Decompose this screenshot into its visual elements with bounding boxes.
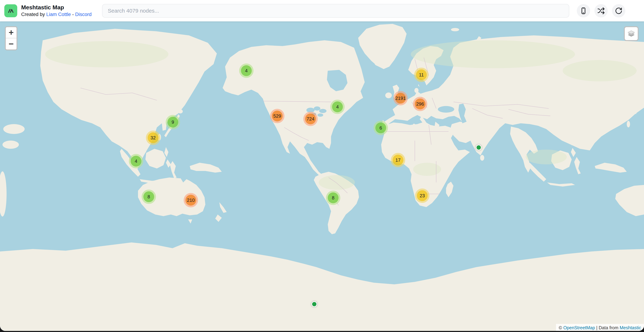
search-wrap — [102, 4, 569, 18]
page-subtitle: Created by Liam Cottle - Discord — [21, 12, 92, 17]
copyright-text: © — [559, 325, 563, 330]
cluster-marker[interactable]: 23 — [415, 188, 430, 203]
cluster-count: 529 — [272, 111, 283, 121]
cluster-marker[interactable]: 4 — [239, 64, 254, 78]
cluster-marker[interactable]: 724 — [303, 112, 318, 126]
search-input[interactable] — [102, 4, 569, 18]
cluster-marker[interactable]: 296 — [413, 97, 427, 111]
map-attribution: © OpenStreetMap | Data from Meshtastic — [556, 324, 644, 331]
cluster-marker[interactable]: 6 — [374, 121, 388, 135]
cluster-count: 32 — [148, 132, 158, 143]
osm-link[interactable]: OpenStreetMap — [563, 325, 595, 330]
cluster-count: 210 — [186, 195, 196, 206]
map-container[interactable]: + − © OpenStreetMap | Data from Meshtast… — [0, 22, 644, 331]
world-map — [0, 22, 644, 331]
cluster-marker[interactable]: 8 — [142, 190, 156, 204]
cluster-count: 8 — [328, 192, 338, 203]
discord-link[interactable]: Discord — [75, 12, 92, 17]
mobile-app-button[interactable] — [577, 4, 590, 18]
shuffle-icon — [597, 7, 605, 15]
cluster-count: 4 — [332, 101, 343, 112]
cluster-count: 6 — [375, 123, 386, 133]
dash-text: - — [72, 12, 74, 17]
cluster-marker[interactable]: 11 — [414, 68, 428, 82]
cluster-marker[interactable]: 210 — [184, 193, 198, 207]
attribution-middle-text: | Data from — [595, 325, 620, 330]
page-title: Meshtastic Map — [21, 4, 92, 11]
header: Meshtastic Map Created by Liam Cottle - … — [0, 0, 644, 22]
cluster-count: 724 — [305, 114, 316, 124]
layers-icon — [627, 29, 636, 38]
meshtastic-link[interactable]: Meshtastic — [620, 325, 641, 330]
cluster-count: 2191 — [395, 93, 406, 104]
cluster-marker[interactable]: 2191 — [393, 91, 408, 105]
cluster-count: 4 — [241, 65, 252, 76]
cluster-marker[interactable]: 32 — [146, 131, 160, 145]
cluster-marker[interactable]: 17 — [391, 153, 405, 167]
node-marker[interactable] — [312, 301, 317, 307]
map-zoom-control: + − — [5, 26, 18, 50]
created-by-text: Created by — [21, 12, 45, 17]
app-window: Meshtastic Map Created by Liam Cottle - … — [0, 0, 644, 331]
author-link[interactable]: Liam Cottle — [46, 12, 71, 17]
phone-icon — [580, 7, 587, 15]
meshtastic-logo — [4, 4, 17, 17]
cluster-count: 11 — [416, 69, 427, 80]
cluster-count: 9 — [168, 117, 178, 128]
cluster-marker[interactable]: 529 — [270, 109, 284, 123]
cluster-count: 4 — [131, 156, 142, 167]
meshtastic-logo-icon — [7, 7, 15, 15]
zoom-in-button[interactable]: + — [6, 27, 16, 38]
cluster-marker[interactable]: 8 — [326, 191, 340, 205]
header-actions — [577, 4, 625, 18]
cluster-marker[interactable]: 4 — [330, 100, 345, 114]
cluster-count: 23 — [417, 190, 428, 201]
refresh-icon — [615, 7, 622, 15]
cluster-marker[interactable]: 4 — [129, 154, 143, 168]
cluster-count: 296 — [415, 99, 426, 109]
title-block: Meshtastic Map Created by Liam Cottle - … — [21, 4, 92, 18]
refresh-button[interactable] — [612, 4, 625, 18]
cluster-marker[interactable]: 9 — [166, 115, 180, 129]
zoom-out-button[interactable]: − — [6, 38, 16, 50]
layers-control[interactable] — [624, 26, 638, 41]
shuffle-button[interactable] — [594, 4, 608, 18]
node-marker[interactable] — [476, 145, 482, 150]
cluster-count: 17 — [392, 155, 404, 165]
cluster-count: 8 — [144, 191, 154, 202]
